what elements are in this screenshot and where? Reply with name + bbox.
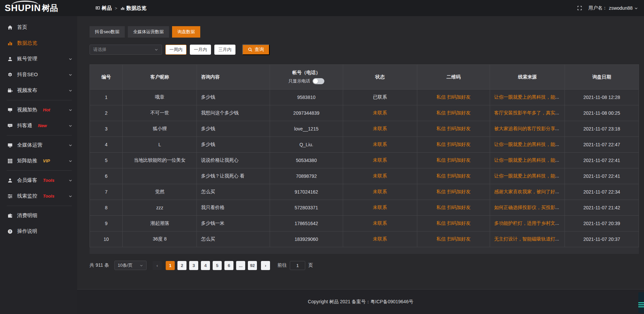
chevron-down-icon bbox=[68, 57, 72, 61]
page-button-92[interactable]: 92 bbox=[248, 261, 257, 270]
phone-only-toggle[interactable] bbox=[313, 78, 324, 84]
sidebar-item-video-heat[interactable]: 视频加热Hot bbox=[0, 102, 77, 118]
footer: Copyright 树品 2021 备案号：粤ICP备09019646号 bbox=[77, 289, 644, 314]
page-button-1[interactable]: 1 bbox=[166, 261, 175, 270]
fullscreen-icon[interactable] bbox=[577, 5, 582, 11]
source-link[interactable]: 如何正确选择投影仪，买投影 bbox=[494, 205, 555, 210]
cell-nickname: 觉然 bbox=[123, 184, 197, 200]
sidebar-item-account-manage[interactable]: 账号管理 bbox=[0, 51, 77, 67]
source-link[interactable]: 感谢大家喜欢我家，被问了好 bbox=[494, 189, 555, 194]
sidebar-item-label: 抖音SEO bbox=[17, 71, 38, 78]
cell-source: 让你一眼就爱上的黑科技，能... bbox=[490, 137, 565, 153]
page-button-5[interactable]: 5 bbox=[213, 261, 222, 270]
chevron-down-icon bbox=[154, 48, 158, 52]
source-link[interactable]: 无主灯设计，智能磁吸轨道灯 bbox=[494, 236, 555, 242]
search-button[interactable]: 查询 bbox=[242, 44, 270, 55]
source-ellipsis: ... bbox=[555, 142, 559, 147]
sidebar-divider bbox=[7, 170, 72, 171]
cell-date: 2021-11-07 20:39 bbox=[565, 216, 639, 231]
chevron-down-icon bbox=[68, 178, 72, 182]
sliders-icon bbox=[7, 194, 13, 199]
period-button-three-months[interactable]: 三月内 bbox=[214, 45, 235, 55]
page-button-4[interactable]: 4 bbox=[201, 261, 210, 270]
page-button-3[interactable]: 3 bbox=[189, 261, 198, 270]
sidebar-item-matrix-boost[interactable]: 矩阵助推VIP bbox=[0, 153, 77, 169]
source-link[interactable]: 被大家追着问的客厅投影分享 bbox=[494, 126, 555, 131]
goto-page-input[interactable] bbox=[290, 261, 305, 270]
floating-widget[interactable] bbox=[638, 292, 644, 313]
qrcode-link[interactable]: 私信 扫码加好友 bbox=[436, 126, 471, 131]
tab-inquiry-data[interactable]: 询盘数据 bbox=[172, 26, 200, 38]
qrcode-link[interactable]: 私信 扫码加好友 bbox=[436, 189, 471, 194]
tab-douyin-seo-data[interactable]: 抖音seo数据 bbox=[90, 26, 125, 38]
sidebar-item-member-baoke[interactable]: 会员爆客Tools bbox=[0, 172, 77, 188]
tab-media-operation-data[interactable]: 全媒体运营数据 bbox=[128, 26, 169, 38]
cell-status: 未联系 bbox=[343, 200, 417, 216]
qrcode-link[interactable]: 私信 扫码加好友 bbox=[436, 220, 471, 226]
goto-page: 前往 页 bbox=[277, 261, 313, 270]
sidebar-item-douyin-seo[interactable]: 抖音SEO bbox=[0, 67, 77, 83]
cell-status: 已联系 bbox=[343, 90, 417, 105]
page-more-button[interactable]: ... bbox=[236, 261, 245, 270]
cell-id: 1 bbox=[90, 90, 123, 105]
source-link[interactable]: 让你一眼就爱上的黑科技，能 bbox=[494, 173, 555, 178]
page-button-2[interactable]: 2 bbox=[177, 261, 186, 270]
person-icon bbox=[7, 178, 13, 183]
chevron-down-icon bbox=[68, 108, 72, 112]
source-ellipsis: ... bbox=[555, 173, 559, 178]
gear-icon bbox=[7, 72, 13, 77]
page-buttons: 123456...92 bbox=[166, 261, 257, 270]
qrcode-link[interactable]: 私信 扫码加好友 bbox=[436, 157, 471, 163]
cell-nickname: zzz bbox=[123, 200, 197, 216]
filter-select[interactable]: 请选择 bbox=[90, 45, 162, 55]
sidebar-item-media-operation[interactable]: 全媒体运营 bbox=[0, 137, 77, 153]
inquiry-table: 编号 客户昵称 咨询内容 帐号（电话） 只显示电话 状态 二维码 线索来源 询盘… bbox=[90, 64, 639, 247]
page-size-select[interactable]: 10条/页 bbox=[114, 261, 147, 270]
toggle-knob bbox=[313, 79, 318, 84]
cell-content: 怎么买 bbox=[197, 184, 270, 200]
grid-icon bbox=[7, 158, 13, 164]
qrcode-link[interactable]: 私信 扫码加好友 bbox=[436, 110, 471, 115]
cell-id: 10 bbox=[90, 231, 123, 247]
prev-page-button[interactable]: ‹ bbox=[153, 261, 162, 270]
cell-nickname bbox=[123, 168, 197, 184]
username-value: zswodun88 bbox=[609, 5, 633, 11]
sidebar-item-video-publish[interactable]: 视频发布 bbox=[0, 83, 77, 98]
source-link[interactable]: 多功能护栏灯，适用于乡村文 bbox=[494, 220, 555, 226]
period-button-one-week[interactable]: 一周内 bbox=[165, 45, 186, 55]
user-menu[interactable]: 用户名： zswodun88 bbox=[588, 5, 638, 11]
period-button-one-month[interactable]: 一月内 bbox=[190, 45, 211, 55]
topbar: SHUPIN 树品 树品 > 数据总览 用户名： zswodun88 bbox=[0, 0, 644, 16]
source-link[interactable]: 让你一眼就爱上的黑科技，能 bbox=[494, 142, 555, 147]
breadcrumb-item-shupin[interactable]: 树品 bbox=[96, 5, 112, 11]
qrcode-link[interactable]: 私信 扫码加好友 bbox=[436, 173, 471, 178]
source-link[interactable]: 让你一眼就爱上的黑科技，能 bbox=[494, 94, 555, 100]
sidebar-item-home[interactable]: 首页 bbox=[0, 19, 77, 35]
cell-content: 多少钱？让我死心 看 bbox=[197, 168, 270, 184]
qrcode-link[interactable]: 私信 扫码加好友 bbox=[436, 94, 471, 100]
sidebar-item-consume-detail[interactable]: 消费明细 bbox=[0, 208, 77, 223]
sidebar-item-operation-guide[interactable]: ?操作说明 bbox=[0, 223, 77, 239]
cell-id: 6 bbox=[90, 168, 123, 184]
page-button-6[interactable]: 6 bbox=[224, 261, 233, 270]
sidebar-item-clue-monitor[interactable]: 线索监控Tools bbox=[0, 188, 77, 204]
sidebar-item-data-overview[interactable]: 数据总览 bbox=[0, 35, 77, 51]
qrcode-link[interactable]: 私信 扫码加好友 bbox=[436, 205, 471, 210]
cell-qrcode: 私信 扫码加好友 bbox=[417, 200, 490, 216]
cell-account: 70898792 bbox=[270, 168, 343, 184]
source-link[interactable]: 客厅安装投影半年多了，真实 bbox=[494, 110, 555, 115]
cell-id: 8 bbox=[90, 200, 123, 216]
dashboard-icon bbox=[96, 6, 100, 10]
source-link[interactable]: 让你一眼就爱上的黑科技，能 bbox=[494, 157, 555, 163]
monitor-icon bbox=[7, 143, 13, 148]
sidebar-item-douketong[interactable]: 抖客通New bbox=[0, 118, 77, 134]
logo-text-cn: 树品 bbox=[42, 3, 58, 13]
user-icon bbox=[7, 56, 13, 62]
sidebar-item-label: 全媒体运营 bbox=[17, 142, 42, 148]
qrcode-link[interactable]: 私信 扫码加好友 bbox=[436, 236, 471, 242]
qrcode-link[interactable]: 私信 扫码加好友 bbox=[436, 142, 471, 147]
breadcrumb-item-data-overview[interactable]: 数据总览 bbox=[120, 5, 147, 11]
next-page-button[interactable]: › bbox=[261, 261, 270, 270]
search-icon bbox=[248, 47, 253, 52]
cell-account: 572803371 bbox=[270, 200, 343, 216]
